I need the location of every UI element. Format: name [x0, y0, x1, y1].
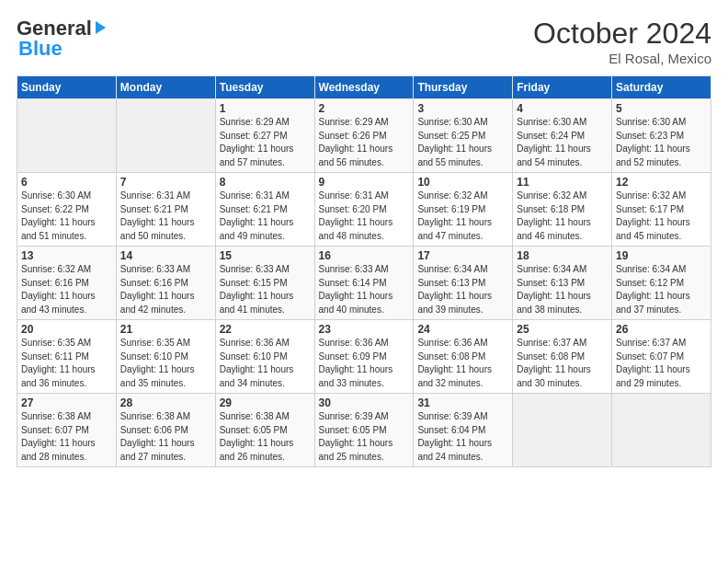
day-number: 8: [220, 176, 311, 189]
day-header-monday: Monday: [116, 76, 215, 99]
week-row-2: 6Sunrise: 6:30 AM Sunset: 6:22 PM Daylig…: [17, 173, 711, 247]
calendar-cell: 20Sunrise: 6:35 AM Sunset: 6:11 PM Dayli…: [17, 320, 117, 394]
day-info: Sunrise: 6:39 AM Sunset: 6:05 PM Dayligh…: [319, 410, 410, 464]
day-info: Sunrise: 6:37 AM Sunset: 6:08 PM Dayligh…: [517, 337, 608, 390]
day-info: Sunrise: 6:38 AM Sunset: 6:07 PM Dayligh…: [21, 410, 112, 464]
calendar-cell: 27Sunrise: 6:38 AM Sunset: 6:07 PM Dayli…: [17, 394, 117, 467]
day-info: Sunrise: 6:32 AM Sunset: 6:16 PM Dayligh…: [21, 263, 112, 316]
calendar-cell: [17, 99, 117, 173]
day-info: Sunrise: 6:32 AM Sunset: 6:18 PM Dayligh…: [517, 190, 608, 243]
calendar-cell: 21Sunrise: 6:35 AM Sunset: 6:10 PM Dayli…: [116, 320, 215, 394]
calendar-cell: 12Sunrise: 6:32 AM Sunset: 6:17 PM Dayli…: [612, 173, 711, 247]
day-info: Sunrise: 6:31 AM Sunset: 6:21 PM Dayligh…: [220, 190, 311, 243]
day-number: 31: [417, 396, 508, 409]
day-number: 24: [417, 323, 508, 336]
day-info: Sunrise: 6:38 AM Sunset: 6:06 PM Dayligh…: [120, 410, 211, 464]
day-number: 22: [220, 323, 311, 336]
calendar-cell: 9Sunrise: 6:31 AM Sunset: 6:20 PM Daylig…: [314, 173, 414, 247]
calendar-cell: 15Sunrise: 6:33 AM Sunset: 6:15 PM Dayli…: [215, 247, 314, 320]
calendar-cell: 1Sunrise: 6:29 AM Sunset: 6:27 PM Daylig…: [215, 99, 314, 173]
day-info: Sunrise: 6:35 AM Sunset: 6:10 PM Dayligh…: [120, 337, 211, 390]
calendar-cell: 24Sunrise: 6:36 AM Sunset: 6:08 PM Dayli…: [414, 320, 513, 394]
day-header-sunday: Sunday: [17, 76, 117, 99]
day-number: 29: [220, 396, 311, 409]
day-number: 14: [120, 249, 211, 262]
day-info: Sunrise: 6:33 AM Sunset: 6:14 PM Dayligh…: [319, 263, 410, 316]
calendar-cell: 19Sunrise: 6:34 AM Sunset: 6:12 PM Dayli…: [612, 247, 711, 320]
calendar-cell: 10Sunrise: 6:32 AM Sunset: 6:19 PM Dayli…: [414, 173, 513, 247]
logo-arrow-icon: [93, 19, 108, 36]
day-info: Sunrise: 6:36 AM Sunset: 6:08 PM Dayligh…: [417, 337, 508, 390]
day-info: Sunrise: 6:36 AM Sunset: 6:10 PM Dayligh…: [220, 337, 311, 390]
day-number: 10: [417, 176, 508, 189]
title-block: October 2024 El Rosal, Mexico: [533, 17, 711, 66]
calendar-cell: 14Sunrise: 6:33 AM Sunset: 6:16 PM Dayli…: [116, 247, 215, 320]
calendar-cell: 18Sunrise: 6:34 AM Sunset: 6:13 PM Dayli…: [513, 247, 612, 320]
day-number: 12: [616, 176, 707, 189]
calendar-cell: 31Sunrise: 6:39 AM Sunset: 6:04 PM Dayli…: [414, 394, 513, 467]
calendar-cell: 25Sunrise: 6:37 AM Sunset: 6:08 PM Dayli…: [513, 320, 612, 394]
calendar-cell: 8Sunrise: 6:31 AM Sunset: 6:21 PM Daylig…: [215, 173, 314, 247]
day-number: 7: [120, 176, 211, 189]
day-number: 16: [319, 249, 410, 262]
calendar-cell: 13Sunrise: 6:32 AM Sunset: 6:16 PM Dayli…: [17, 247, 117, 320]
day-number: 27: [21, 396, 112, 409]
week-row-3: 13Sunrise: 6:32 AM Sunset: 6:16 PM Dayli…: [17, 247, 711, 320]
day-header-thursday: Thursday: [414, 76, 513, 99]
day-number: 3: [417, 102, 508, 115]
calendar-cell: 7Sunrise: 6:31 AM Sunset: 6:21 PM Daylig…: [116, 173, 215, 247]
day-info: Sunrise: 6:38 AM Sunset: 6:05 PM Dayligh…: [220, 410, 311, 464]
day-number: 25: [517, 323, 608, 336]
day-info: Sunrise: 6:30 AM Sunset: 6:23 PM Dayligh…: [616, 116, 707, 169]
week-row-1: 1Sunrise: 6:29 AM Sunset: 6:27 PM Daylig…: [17, 99, 711, 173]
calendar-cell: 17Sunrise: 6:34 AM Sunset: 6:13 PM Dayli…: [414, 247, 513, 320]
calendar-cell: 2Sunrise: 6:29 AM Sunset: 6:26 PM Daylig…: [314, 99, 414, 173]
header: General Blue October 2024 El Rosal, Mexi…: [17, 17, 711, 66]
calendar-cell: 4Sunrise: 6:30 AM Sunset: 6:24 PM Daylig…: [513, 99, 612, 173]
calendar-cell: 28Sunrise: 6:38 AM Sunset: 6:06 PM Dayli…: [116, 394, 215, 467]
calendar-cell: 6Sunrise: 6:30 AM Sunset: 6:22 PM Daylig…: [17, 173, 117, 247]
calendar-cell: 3Sunrise: 6:30 AM Sunset: 6:25 PM Daylig…: [414, 99, 513, 173]
day-info: Sunrise: 6:30 AM Sunset: 6:22 PM Dayligh…: [21, 190, 112, 243]
day-header-saturday: Saturday: [612, 76, 711, 99]
day-info: Sunrise: 6:33 AM Sunset: 6:15 PM Dayligh…: [220, 263, 311, 316]
day-info: Sunrise: 6:31 AM Sunset: 6:21 PM Dayligh…: [120, 190, 211, 243]
location: El Rosal, Mexico: [533, 51, 711, 66]
day-header-tuesday: Tuesday: [215, 76, 314, 99]
calendar-cell: 16Sunrise: 6:33 AM Sunset: 6:14 PM Dayli…: [314, 247, 414, 320]
day-info: Sunrise: 6:34 AM Sunset: 6:13 PM Dayligh…: [517, 263, 608, 316]
day-number: 2: [319, 102, 410, 115]
day-number: 19: [616, 249, 707, 262]
day-header-friday: Friday: [513, 76, 612, 99]
day-header-wednesday: Wednesday: [314, 76, 414, 99]
calendar-cell: [116, 99, 215, 173]
day-info: Sunrise: 6:32 AM Sunset: 6:19 PM Dayligh…: [417, 190, 508, 243]
week-row-5: 27Sunrise: 6:38 AM Sunset: 6:07 PM Dayli…: [17, 394, 711, 467]
day-number: 9: [319, 176, 410, 189]
day-info: Sunrise: 6:36 AM Sunset: 6:09 PM Dayligh…: [319, 337, 410, 390]
svg-marker-0: [96, 21, 106, 34]
day-number: 13: [21, 249, 112, 262]
day-number: 18: [517, 249, 608, 262]
calendar-cell: [612, 394, 711, 467]
day-info: Sunrise: 6:32 AM Sunset: 6:17 PM Dayligh…: [616, 190, 707, 243]
day-number: 15: [220, 249, 311, 262]
day-info: Sunrise: 6:33 AM Sunset: 6:16 PM Dayligh…: [120, 263, 211, 316]
calendar-table: SundayMondayTuesdayWednesdayThursdayFrid…: [17, 75, 711, 467]
calendar-cell: 11Sunrise: 6:32 AM Sunset: 6:18 PM Dayli…: [513, 173, 612, 247]
day-number: 30: [319, 396, 410, 409]
day-number: 26: [616, 323, 707, 336]
day-number: 28: [120, 396, 211, 409]
logo-blue-text: Blue: [18, 37, 63, 61]
day-info: Sunrise: 6:37 AM Sunset: 6:07 PM Dayligh…: [616, 337, 707, 390]
day-info: Sunrise: 6:29 AM Sunset: 6:26 PM Dayligh…: [319, 116, 410, 169]
calendar-cell: 23Sunrise: 6:36 AM Sunset: 6:09 PM Dayli…: [314, 320, 414, 394]
week-row-4: 20Sunrise: 6:35 AM Sunset: 6:11 PM Dayli…: [17, 320, 711, 394]
day-number: 23: [319, 323, 410, 336]
logo: General Blue: [17, 17, 108, 61]
day-info: Sunrise: 6:34 AM Sunset: 6:13 PM Dayligh…: [417, 263, 508, 316]
day-number: 5: [616, 102, 707, 115]
calendar-cell: [513, 394, 612, 467]
day-info: Sunrise: 6:29 AM Sunset: 6:27 PM Dayligh…: [220, 116, 311, 169]
day-info: Sunrise: 6:35 AM Sunset: 6:11 PM Dayligh…: [21, 337, 112, 390]
